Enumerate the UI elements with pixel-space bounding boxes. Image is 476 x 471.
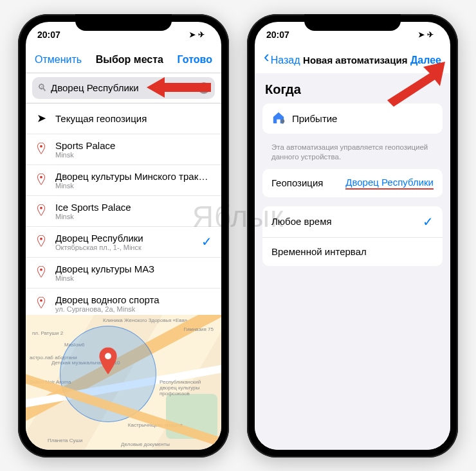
result-subtitle: Minsk [55,182,212,190]
list-item[interactable]: Дворец культуры МАЗ Minsk [26,258,221,289]
checkmark-icon: ✓ [423,214,434,229]
chevron-left-icon [264,55,270,66]
status-time: 20:07 [37,30,60,40]
geoposition-card: Геопозиция Дворец Республики [262,169,443,197]
map-pin-icon [98,347,118,377]
location-arrow-icon: ➤ [35,112,48,125]
search-container: 🔍︎ ✕ [26,73,221,103]
any-time-row[interactable]: Любое время ✓ [262,206,443,238]
nav-title: Новая автоматизация [303,55,407,66]
current-location-row[interactable]: ➤ Текущая геопозиция [26,103,221,134]
list-item[interactable]: Дворец культуры Минского тракторног… Min… [26,165,221,196]
result-subtitle: ул. Сурганова, 2а, Minsk [55,305,212,313]
nav-bar: Отменить Выбор места Готово [26,48,221,73]
pin-icon [35,235,48,248]
result-subtitle: Minsk [55,213,212,220]
results-list: ➤ Текущая геопозиция Sports Palace Minsk… [26,103,221,315]
status-time: 20:07 [266,30,289,40]
list-item[interactable]: Sports Palace Minsk [26,134,221,165]
arrival-label: Прибытие [292,113,337,124]
list-item[interactable]: Ice Sports Palace Minsk [26,196,221,227]
nav-title: Выбор места [96,54,163,66]
screen-left: 20:07 ➤ ✈︎ Отменить Выбор места Готово [26,22,221,450]
status-icons: ➤ ✈︎ [418,30,439,39]
svg-point-6 [40,238,42,240]
pin-icon [35,204,48,217]
result-subtitle: Minsk [55,151,212,159]
result-title: Дворец культуры МАЗ [55,263,212,274]
result-title: Дворец культуры Минского тракторног… [55,171,212,182]
content-area: Когда Прибытие Эта автоматизация управля… [255,73,450,450]
svg-point-3 [40,145,42,148]
geoposition-value: Дворец Республики [345,177,434,190]
result-title: Дворец водного спорта [55,294,212,305]
pin-icon [35,143,48,156]
result-subtitle: Октябрьская пл., 1-, Мінск [55,244,194,251]
result-title: Ice Sports Palace [55,202,212,213]
time-card: Любое время ✓ Временной интервал [262,206,443,266]
map-label: Республиканский дворец культуры профсоюз… [160,379,217,396]
when-heading: Когда [255,73,450,103]
phone-left: 20:07 ➤ ✈︎ Отменить Выбор места Готово [18,14,229,458]
status-icons: ➤ ✈︎ [189,30,210,39]
search-input[interactable] [51,82,194,93]
any-time-label: Любое время [271,216,332,227]
current-location-label: Текущая геопозиция [55,113,212,124]
result-subtitle: Minsk [55,274,212,282]
map-label: Клиника Женского Здоровья «Ева» [103,317,187,323]
back-button[interactable]: Назад [264,55,300,66]
cancel-button[interactable]: Отменить [35,54,82,66]
pin-icon [35,266,48,279]
geoposition-label: Геопозиция [271,177,323,188]
location-icon: ➤ [189,30,196,39]
map-label: Деловые документы [121,441,170,447]
next-button[interactable]: Далее [410,55,441,66]
clear-icon[interactable]: ✕ [198,82,210,94]
svg-point-10 [105,353,111,359]
list-item[interactable]: Дворец водного спорта ул. Сурганова, 2а,… [26,289,221,315]
checkmark-icon: ✓ [201,234,212,249]
screen-right: 20:07 ➤ ✈︎ Назад Новая автомат [255,22,450,450]
arrival-row[interactable]: Прибытие [262,103,443,134]
map-label: Кастрычніцкая плошча [128,422,183,428]
time-range-label: Временной интервал [271,246,367,257]
location-icon: ➤ [418,30,425,39]
nav-bar: Назад Новая автоматизация Далее [255,48,450,73]
svg-rect-16 [282,122,283,123]
result-title: Дворец Республики [55,233,194,244]
svg-point-15 [280,119,284,123]
pin-icon [35,173,48,186]
map-label: Гимназия 75 [184,326,214,332]
arrival-home-icon [271,111,286,126]
pin-icon [35,297,48,310]
svg-point-5 [40,207,42,209]
time-range-row[interactable]: Временной интервал [262,238,443,266]
search-icon: 🔍︎ [37,82,47,93]
map-preview[interactable]: Клиника Женского Здоровья «Ева» пл. Рату… [26,315,221,450]
arrival-card: Прибытие [262,103,443,134]
svg-point-8 [40,299,42,302]
map-label: Планета Суши [48,438,82,443]
done-button[interactable]: Готово [178,54,212,66]
arrival-footnote: Эта автоматизация управляется геопозицие… [255,143,450,169]
svg-point-4 [40,176,42,179]
search-field[interactable]: 🔍︎ ✕ [32,77,215,99]
svg-point-7 [40,269,42,271]
list-item-selected[interactable]: Дворец Республики Октябрьская пл., 1-, М… [26,227,221,258]
back-label: Назад [271,55,300,66]
phone-right: 20:07 ➤ ✈︎ Назад Новая автомат [247,14,458,458]
result-title: Sports Palace [55,140,212,151]
airplane-icon: ✈︎ [198,30,205,39]
geoposition-row[interactable]: Геопозиция Дворец Республики [262,169,443,197]
notch [75,14,172,31]
map-label: пл. Ратуши 2 [32,330,63,336]
notch [304,14,401,31]
airplane-icon: ✈︎ [427,30,434,39]
